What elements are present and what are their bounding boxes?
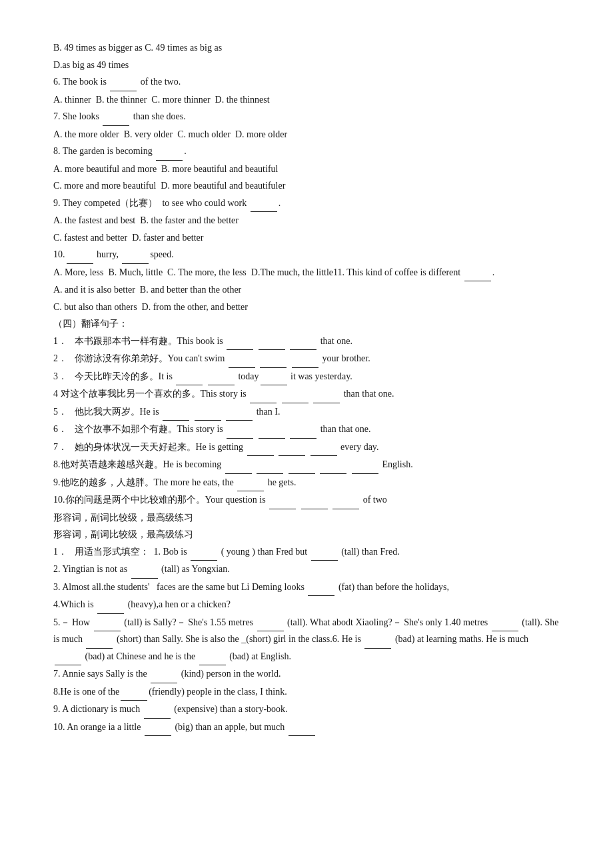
blank-f1a	[191, 544, 217, 561]
blank-f5b	[257, 615, 284, 632]
blank-9	[251, 195, 277, 213]
translate-7: 7． 她的身体状况一天天好起来。He is getting every day.	[53, 439, 560, 457]
blank-t10b	[301, 492, 328, 509]
translate-3: 3． 今天比昨天冷的多。It is today it was yesterday…	[53, 369, 560, 386]
line-6: A. the more older B. very older C. much …	[53, 127, 560, 143]
blank-t4c	[313, 386, 340, 403]
translate-10: 10.你的问题是两个中比较难的那个。Your question is of tw…	[53, 492, 560, 509]
line-3: 6. The book is of the two.	[53, 74, 560, 91]
translate-4: 4 对这个故事我比另一个喜欢的多。This story is than that…	[53, 386, 560, 403]
fill-8: 8.He is one of the (friendly) people in …	[53, 684, 560, 701]
blank-t10c	[332, 492, 359, 509]
blank-f5c	[492, 615, 518, 632]
line-16: C. but also than others D. from the othe…	[53, 299, 560, 316]
blank-t7c	[310, 439, 337, 457]
blank-6	[110, 74, 137, 91]
blank-t6a	[227, 421, 253, 439]
blank-t3c	[261, 369, 287, 386]
blank-f3	[308, 579, 334, 597]
translate-5: 5． 他比我大两岁。He is than I.	[53, 404, 560, 421]
blank-t2a	[229, 351, 255, 368]
blank-t8a	[225, 457, 252, 474]
blank-t7b	[279, 439, 305, 457]
line-8: A. more beautiful and more B. more beaut…	[53, 161, 560, 178]
blank-11	[464, 265, 491, 282]
blank-f6c	[199, 649, 226, 666]
fill-intro: 1． 用适当形式填空： 1. Bob is ( young ) than Fre…	[53, 544, 560, 561]
section-four-title: （四）翻译句子：	[53, 316, 560, 333]
blank-t8e	[352, 457, 378, 474]
blank-f9	[144, 701, 171, 719]
section-adj-title-1: 形容词，副词比较级，最高级练习	[53, 510, 560, 527]
blank-f2	[131, 561, 158, 579]
blank-t1b	[259, 333, 285, 351]
blank-f7	[151, 666, 177, 683]
blank-f6b	[55, 649, 81, 666]
line-14: A. More, less B. Much, little C. The mor…	[53, 265, 560, 282]
blank-t6c	[290, 421, 316, 439]
blank-t2b	[260, 351, 287, 368]
blank-t1a	[227, 333, 253, 351]
blank-t8b	[257, 457, 283, 474]
blank-t4a	[250, 386, 277, 403]
fill-4: 4.Which is (heavy),a hen or a chicken?	[53, 597, 560, 614]
blank-t9	[237, 475, 264, 492]
blank-f10a	[145, 719, 171, 737]
blank-t5a	[163, 404, 189, 421]
translate-6: 6． 这个故事不如那个有趣。This story is than that on…	[53, 421, 560, 439]
blank-7	[103, 109, 129, 126]
line-4: A. thinner B. the thinner C. more thinne…	[53, 92, 560, 109]
translate-2: 2． 你游泳没有你弟弟好。You can't swim your brother…	[53, 351, 560, 368]
blank-t7a	[247, 439, 274, 457]
blank-f8	[121, 684, 147, 701]
blank-t6b	[259, 421, 285, 439]
blank-f6a	[364, 631, 391, 649]
blank-t8c	[289, 457, 315, 474]
blank-f10b	[289, 719, 315, 737]
blank-t1c	[290, 333, 316, 351]
main-content: B. 49 times as bigger as C. 49 times as …	[53, 40, 560, 736]
blank-t8d	[320, 457, 346, 474]
line-1: B. 49 times as bigger as C. 49 times as …	[53, 40, 560, 57]
blank-t10a	[269, 492, 296, 509]
line-15: A. and it is also better B. and better t…	[53, 282, 560, 299]
fill-2: 2. Yingtian is not as (tall) as Yongxian…	[53, 561, 560, 579]
line-10: 9. They competed（比赛） to see who could wo…	[53, 195, 560, 213]
fill-9: 9. A dictionary is much (expensive) than…	[53, 701, 560, 719]
blank-t4b	[282, 386, 308, 403]
fill-3: 3. Almost all.the students' faces are th…	[53, 579, 560, 597]
blank-10b	[122, 247, 149, 264]
line-7: 8. The garden is becoming .	[53, 143, 560, 161]
fill-10: 10. An orange ia a little (big) than an …	[53, 719, 560, 737]
line-2: D.as big as 49 times	[53, 57, 560, 74]
translate-8: 8.他对英语越来越感兴趣。He is becoming English.	[53, 457, 560, 474]
translate-1: 1． 本书跟那本书一样有趣。This book is that one.	[53, 333, 560, 351]
blank-t5b	[195, 404, 221, 421]
blank-t3b	[208, 369, 235, 386]
blank-f4	[97, 597, 124, 614]
translate-9: 9.他吃的越多，人越胖。The more he eats, the he get…	[53, 475, 560, 492]
line-9: C. more and more beautiful D. more beaut…	[53, 178, 560, 195]
section-adj-title-2: 形容词，副词比较级，最高级练习	[53, 527, 560, 543]
line-11: A. the fastest and best B. the faster an…	[53, 213, 560, 229]
blank-f1b	[311, 544, 338, 561]
fill-7: 7. Annie says Sally is the (kind) person…	[53, 666, 560, 683]
blank-8	[156, 143, 183, 161]
line-5: 7. She looks than she does.	[53, 109, 560, 126]
blank-t2c	[292, 351, 318, 368]
blank-f5a	[94, 615, 121, 632]
line-12: C. fastest and better D. faster and bett…	[53, 230, 560, 247]
fill-5: 5.－ How (tall) is Sally?－ She's 1.55 met…	[53, 615, 560, 666]
blank-f5d	[86, 631, 113, 649]
blank-t5c	[226, 404, 253, 421]
blank-t3a	[176, 369, 203, 386]
blank-10a	[67, 247, 93, 264]
line-13: 10. hurry, speed.	[53, 247, 560, 264]
